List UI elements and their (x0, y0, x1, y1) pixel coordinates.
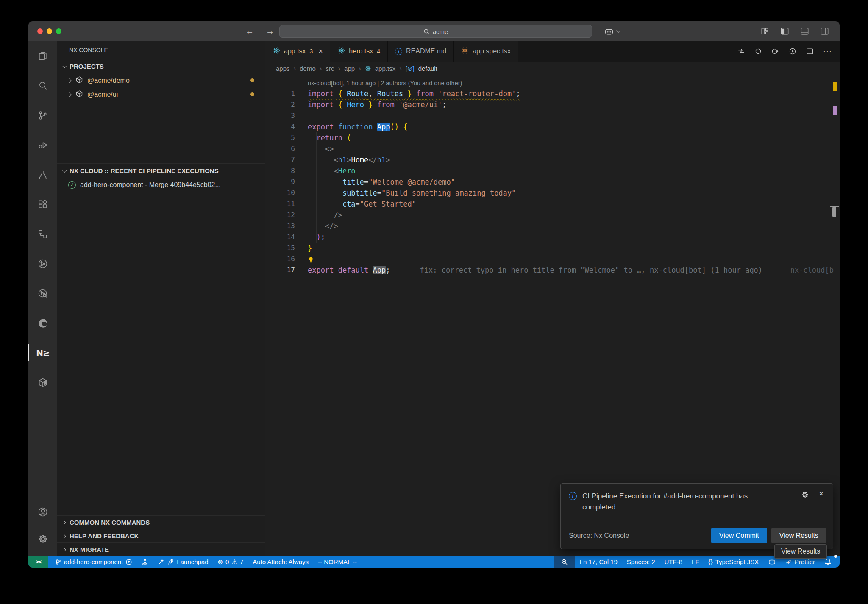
run-file-icon[interactable] (788, 47, 797, 56)
line-number[interactable]: 1 (265, 88, 295, 99)
zoom-window-button[interactable] (56, 28, 61, 34)
eol-item[interactable]: LF (687, 556, 704, 568)
line-number[interactable]: 14 (265, 232, 295, 243)
cursor-position-item[interactable]: Ln 17, Col 19 (575, 556, 622, 568)
git-blame-lens[interactable]: nx-cloud[bot], 1 hour ago | 2 authors (Y… (265, 78, 840, 88)
split-editor-icon[interactable] (806, 47, 814, 56)
line-number[interactable]: 10 (265, 187, 295, 199)
activity-run-debug-icon[interactable] (28, 130, 57, 160)
breadcrumb-item[interactable]: app.tsx (375, 65, 395, 72)
activity-nx-console-icon[interactable]: N≥ (28, 338, 57, 368)
code-line-1[interactable]: 1import { Route, Routes } from 'react-ro… (265, 88, 840, 99)
accounts-icon[interactable] (28, 498, 57, 526)
breadcrumb-item[interactable]: app (344, 65, 355, 72)
code-line-11[interactable]: 11 cta="Get Started" (265, 199, 840, 210)
code-line-5[interactable]: 5 return ( (265, 132, 840, 143)
line-number[interactable]: 17 (265, 265, 295, 276)
back-arrow-icon[interactable]: ← (245, 26, 254, 36)
line-number[interactable]: 9 (265, 176, 295, 187)
toggle-panel-icon[interactable] (800, 26, 810, 36)
vim-mode-item[interactable]: -- NORMAL -- (313, 556, 362, 568)
close-icon[interactable]: × (819, 489, 823, 498)
screencast-zoom-item[interactable] (554, 556, 575, 568)
view-commit-button[interactable]: View Commit (711, 528, 767, 543)
more-actions-icon[interactable]: ··· (823, 47, 832, 56)
projects-section-header[interactable]: PROJECTS (57, 59, 265, 73)
indentation-item[interactable]: Spaces: 2 (622, 556, 660, 568)
code-line-4[interactable]: 4export function App() { (265, 121, 840, 132)
nx-graph-item[interactable] (137, 556, 153, 568)
code-line-17[interactable]: 17export default App;fix: correct typo i… (265, 265, 840, 276)
activity-source-control-icon[interactable] (28, 101, 57, 130)
line-number[interactable]: 3 (265, 110, 295, 121)
auto-attach-item[interactable]: Auto Attach: Always (248, 556, 313, 568)
tab-app.spec.tsx[interactable]: app.spec.tsx (454, 41, 518, 62)
line-number[interactable]: 8 (265, 165, 295, 176)
line-number[interactable]: 16 (265, 254, 295, 265)
activity-edge-browser-icon[interactable] (28, 308, 57, 338)
line-number[interactable]: 11 (265, 199, 295, 210)
remote-indicator[interactable]: >< (28, 556, 48, 568)
activity-project-graph-icon[interactable] (28, 249, 57, 279)
code-line-2[interactable]: 2import { Hero } from '@acme/ui'; (265, 99, 840, 110)
code-line-10[interactable]: 10 subtitle="Build something amazing tod… (265, 187, 840, 199)
line-number[interactable]: 7 (265, 154, 295, 165)
tab-hero.tsx[interactable]: hero.tsx4 (330, 41, 388, 62)
gear-icon[interactable] (801, 491, 809, 499)
breadcrumb-item[interactable]: default (418, 65, 437, 72)
toggle-secondary-sidebar-icon[interactable] (820, 26, 829, 36)
code-line-9[interactable]: 9 title="Welcome @acme/demo" (265, 176, 840, 187)
activity-testing-icon[interactable] (28, 160, 57, 190)
activity-containers-icon[interactable] (28, 368, 57, 397)
code-line-15[interactable]: 15} (265, 243, 840, 254)
copilot-menu[interactable] (604, 21, 619, 41)
minimize-window-button[interactable] (47, 28, 52, 34)
line-number[interactable]: 13 (265, 221, 295, 232)
command-center-search[interactable]: acme (279, 25, 592, 38)
settings-icon[interactable] (28, 526, 57, 553)
section-help-and-feedback[interactable]: HELP AND FEEDBACK (57, 529, 265, 542)
forward-arrow-icon[interactable]: → (266, 26, 274, 36)
toggle-blame-icon[interactable] (754, 48, 762, 55)
code-line-14[interactable]: 14 ); (265, 232, 840, 243)
line-number[interactable]: 4 (265, 121, 295, 132)
line-number[interactable]: 12 (265, 210, 295, 221)
section-common-nx-commands[interactable]: COMMON NX COMMANDS (57, 515, 265, 529)
code-line-13[interactable]: 13 </> (265, 221, 840, 232)
code-line-8[interactable]: 8 <Hero (265, 165, 840, 176)
close-window-button[interactable] (37, 28, 43, 34)
activity-extensions-icon[interactable] (28, 190, 57, 219)
customize-layout-icon[interactable] (760, 26, 770, 36)
problems-item[interactable]: ⊗ 0 ⚠ 7 (213, 556, 248, 568)
section-nx-migrate[interactable]: NX MIGRATE (57, 542, 265, 556)
activity-nx-hierarchy-icon[interactable] (28, 219, 57, 249)
tab-app.tsx[interactable]: app.tsx3× (265, 41, 330, 62)
launchpad-item[interactable]: Launchpad (153, 556, 213, 568)
run-query-icon[interactable] (771, 47, 779, 56)
line-number[interactable]: 2 (265, 99, 295, 110)
open-changes-icon[interactable] (737, 47, 746, 56)
activity-search-icon[interactable] (28, 71, 57, 101)
breadcrumb-item[interactable]: src (326, 65, 334, 72)
code-line-3[interactable]: 3 (265, 110, 840, 121)
activity-explorer-icon[interactable] (28, 41, 57, 71)
line-number[interactable]: 15 (265, 243, 295, 254)
more-actions-icon[interactable]: ··· (246, 46, 256, 54)
code-line-6[interactable]: 6 <> (265, 143, 840, 154)
nx-cloud-section-header[interactable]: NX CLOUD :: RECENT CI PIPELINE EXECUTION… (57, 163, 265, 178)
toggle-sidebar-icon[interactable] (780, 26, 790, 36)
line-number[interactable]: 6 (265, 143, 295, 154)
line-number[interactable]: 5 (265, 132, 295, 143)
pipeline-execution-item[interactable]: ✓ add-hero-component - Merge 409b44e5cb0… (57, 178, 265, 192)
code-line-7[interactable]: 7 <h1>Home</h1> (265, 154, 840, 165)
git-branch-item[interactable]: add-hero-component (50, 556, 137, 568)
breadcrumb-item[interactable]: apps (276, 65, 290, 72)
encoding-item[interactable]: UTF-8 (660, 556, 687, 568)
code-line-16[interactable]: 16 (265, 254, 840, 265)
project-item[interactable]: @acme/demo (57, 73, 265, 87)
close-icon[interactable]: × (318, 47, 323, 56)
tab-README.md[interactable]: i README.md (388, 41, 454, 62)
language-mode-item[interactable]: {} TypeScript JSX (704, 556, 764, 568)
project-item[interactable]: @acme/ui (57, 87, 265, 101)
code-line-12[interactable]: 12 /> (265, 210, 840, 221)
